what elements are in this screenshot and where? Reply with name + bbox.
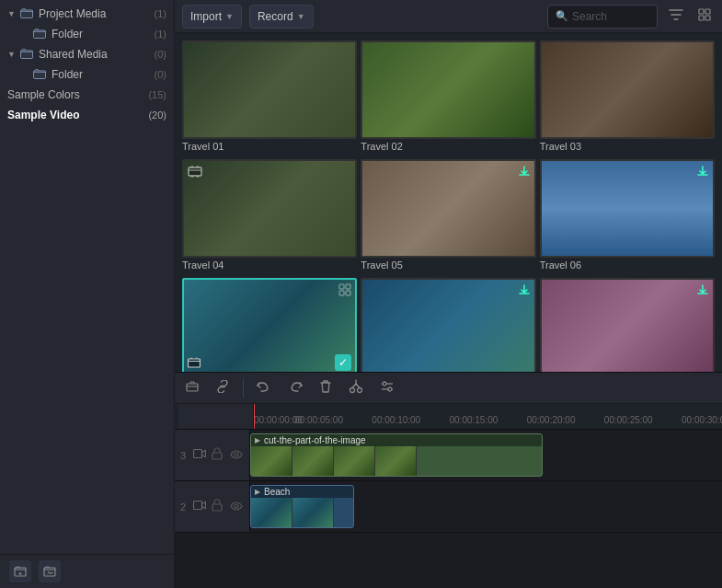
search-input[interactable] bbox=[572, 10, 646, 23]
media-thumb bbox=[361, 159, 535, 258]
folder-icon bbox=[33, 29, 48, 40]
media-item-travel01[interactable]: Travel 01 bbox=[182, 40, 357, 156]
top-toolbar: Import ▼ Record ▼ 🔍 bbox=[175, 0, 722, 33]
redo-button[interactable] bbox=[284, 378, 306, 398]
add-folder-button[interactable] bbox=[9, 560, 31, 582]
sidebar-label: Project Media bbox=[39, 7, 151, 20]
ruler-label-6: 00:00:30:00 bbox=[682, 415, 722, 425]
thumb-image bbox=[542, 42, 713, 137]
clip-thumb-cell bbox=[375, 446, 417, 476]
media-item-beach[interactable]: ✓ Beach bbox=[182, 278, 357, 372]
sidebar: ▼ Project Media (1) Folder (1)▼ Shared M… bbox=[0, 0, 175, 588]
grid-icon bbox=[338, 283, 351, 299]
sidebar-item-project-media[interactable]: ▼ Project Media (1) bbox=[0, 4, 174, 24]
sidebar-label: Sample Video bbox=[7, 109, 144, 121]
playhead[interactable] bbox=[254, 404, 255, 429]
import-label: Import bbox=[190, 10, 222, 23]
import-button[interactable]: Import ▼ bbox=[182, 5, 242, 29]
settings-button[interactable] bbox=[376, 377, 398, 399]
ruler-offset bbox=[178, 404, 254, 429]
sidebar-count: (15) bbox=[148, 89, 166, 100]
track-content[interactable]: ▶ cut-the-part-of-the-image bbox=[250, 430, 722, 480]
sidebar-item-folder-1[interactable]: Folder (1) bbox=[0, 24, 174, 44]
svg-rect-7 bbox=[705, 9, 710, 14]
media-item-travel06[interactable]: Travel 06 bbox=[540, 159, 715, 274]
timeline-ruler[interactable]: 00:00:00:0000:00:05:0000:00:10:0000:00:1… bbox=[175, 404, 722, 430]
sidebar-label: Shared Media bbox=[39, 48, 151, 61]
clip-thumb-cell bbox=[251, 498, 292, 527]
track-eye-button[interactable] bbox=[228, 448, 245, 463]
record-label: Record bbox=[258, 10, 293, 23]
media-title: Travel 03 bbox=[540, 139, 715, 156]
media-thumb bbox=[540, 159, 715, 258]
track-eye-button[interactable] bbox=[228, 500, 245, 514]
sidebar-label: Sample Colors bbox=[7, 88, 144, 101]
main-area: Import ▼ Record ▼ 🔍 bbox=[175, 0, 722, 588]
sidebar-count: (1) bbox=[155, 29, 166, 40]
sidebar-label: Folder bbox=[52, 68, 151, 81]
sidebar-item-shared-media[interactable]: ▼ Shared Media (0) bbox=[0, 44, 174, 64]
track-video-icon bbox=[193, 500, 206, 513]
folder-icon bbox=[33, 69, 48, 80]
media-item-islands[interactable]: Islands bbox=[361, 278, 535, 372]
sidebar-count: (0) bbox=[155, 69, 166, 80]
timeline-link-button[interactable] bbox=[212, 378, 234, 398]
clip-thumb-row bbox=[251, 498, 353, 527]
svg-rect-27 bbox=[212, 504, 222, 511]
media-item-cherry-blossom[interactable]: Cherry Blossom bbox=[540, 278, 715, 372]
folder-icon bbox=[20, 49, 35, 60]
download-icon bbox=[518, 283, 531, 300]
track-row-track-2: 2 ▶ Beach bbox=[175, 481, 722, 533]
track-lock-button[interactable] bbox=[210, 446, 224, 464]
media-title: Travel 01 bbox=[182, 139, 357, 156]
track-clip[interactable]: ▶ cut-the-part-of-the-image bbox=[250, 433, 543, 477]
media-item-travel05[interactable]: Travel 05 bbox=[361, 159, 535, 274]
download-icon bbox=[696, 165, 709, 181]
filter-button[interactable] bbox=[665, 6, 687, 26]
record-button[interactable]: Record ▼ bbox=[249, 5, 314, 29]
sidebar-item-folder-2[interactable]: Folder (0) bbox=[0, 64, 174, 85]
sidebar-item-sample-colors[interactable]: Sample Colors (15) bbox=[0, 85, 174, 105]
grid-view-button[interactable] bbox=[694, 6, 715, 26]
play-icon: ▶ bbox=[255, 436, 260, 444]
media-thumb bbox=[361, 278, 535, 372]
clip-header: ▶ Beach bbox=[251, 486, 353, 498]
media-title: Travel 04 bbox=[182, 258, 357, 274]
check-icon: ✓ bbox=[335, 354, 351, 371]
cut-button[interactable] bbox=[345, 377, 367, 399]
media-item-travel02[interactable]: Travel 02 bbox=[361, 40, 535, 156]
ruler-content: 00:00:00:0000:00:05:0000:00:10:0000:00:1… bbox=[254, 404, 718, 429]
track-lock-button[interactable] bbox=[210, 498, 224, 515]
thumb-image bbox=[542, 161, 713, 256]
clip-bottom-icon bbox=[188, 357, 201, 371]
track-clip[interactable]: ▶ Beach bbox=[250, 485, 354, 528]
add-smart-folder-button[interactable] bbox=[39, 560, 61, 582]
media-grid: Travel 01 Travel 02 Travel 03 Travel 04 bbox=[175, 33, 722, 372]
media-thumb bbox=[182, 40, 357, 139]
sidebar-item-sample-video[interactable]: Sample Video (20) bbox=[0, 105, 174, 125]
search-icon: 🔍 bbox=[556, 10, 568, 22]
media-item-travel04[interactable]: Travel 04 bbox=[182, 159, 357, 274]
tree-arrow: ▼ bbox=[7, 50, 18, 59]
timeline-add-button[interactable] bbox=[182, 378, 202, 398]
ruler-label-2: 00:00:10:00 bbox=[372, 415, 420, 425]
undo-button[interactable] bbox=[253, 378, 275, 398]
media-thumb bbox=[540, 40, 715, 139]
ruler-label-3: 00:00:15:00 bbox=[450, 415, 499, 425]
media-item-travel03[interactable]: Travel 03 bbox=[540, 40, 715, 156]
media-title: Travel 05 bbox=[361, 258, 535, 274]
sidebar-actions bbox=[0, 554, 174, 588]
tree-arrow: ▼ bbox=[7, 9, 18, 18]
download-icon bbox=[518, 165, 531, 181]
record-chevron: ▼ bbox=[297, 12, 305, 21]
svg-rect-14 bbox=[346, 291, 350, 295]
clip-thumb-row bbox=[251, 446, 542, 476]
track-content[interactable]: ▶ Beach bbox=[250, 481, 722, 532]
thumb-image bbox=[542, 280, 713, 372]
svg-point-17 bbox=[350, 387, 355, 392]
media-thumb bbox=[361, 40, 535, 139]
svg-rect-23 bbox=[194, 450, 202, 458]
delete-button[interactable] bbox=[315, 377, 336, 399]
svg-rect-24 bbox=[212, 453, 222, 459]
thumb-image bbox=[362, 161, 533, 256]
